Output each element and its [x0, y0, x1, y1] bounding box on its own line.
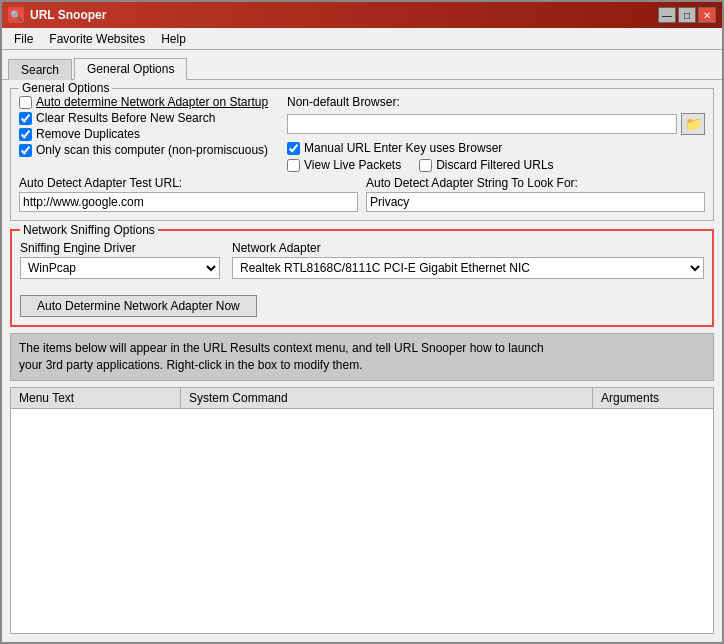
table-header: Menu Text System Command Arguments	[11, 388, 713, 409]
network-inner: Sniffing Engine Driver WinPcap Network A…	[20, 241, 704, 279]
info-bar: The items below will appear in the URL R…	[10, 333, 714, 381]
manual-url-checkbox[interactable]	[287, 142, 300, 155]
view-live-row: View Live Packets Discard Filtered URLs	[287, 158, 705, 172]
browser-input[interactable]	[287, 114, 677, 134]
info-line2: your 3rd party applications. Right-click…	[19, 358, 363, 372]
browser-row: 📁	[287, 113, 705, 135]
checkboxes-col: Auto determine Network Adapter on Startu…	[19, 95, 279, 172]
title-buttons: — □ ✕	[658, 7, 716, 23]
checkbox-row-3: Remove Duplicates	[19, 127, 279, 141]
auto-determine-row: Auto Determine Network Adapter Now	[20, 287, 704, 317]
info-line1: The items below will appear in the URL R…	[19, 341, 544, 355]
minimize-button[interactable]: —	[658, 7, 676, 23]
close-button[interactable]: ✕	[698, 7, 716, 23]
sniff-engine-dropdown[interactable]: WinPcap	[20, 257, 220, 279]
browser-browse-button[interactable]: 📁	[681, 113, 705, 135]
remove-duplicates-label: Remove Duplicates	[36, 127, 140, 141]
general-options-group: General Options Auto determine Network A…	[10, 88, 714, 221]
auto-detect-string-input[interactable]	[366, 192, 705, 212]
checkbox-row-4: Only scan this computer (non-promiscuous…	[19, 143, 279, 157]
menu-help[interactable]: Help	[153, 30, 194, 48]
sniff-engine-col: Sniffing Engine Driver WinPcap	[20, 241, 220, 279]
maximize-button[interactable]: □	[678, 7, 696, 23]
clear-results-label: Clear Results Before New Search	[36, 111, 215, 125]
manual-url-row: Manual URL Enter Key uses Browser	[287, 141, 705, 155]
th-system-command: System Command	[181, 388, 593, 408]
tab-search[interactable]: Search	[8, 59, 72, 80]
network-adapter-col: Network Adapter Realtek RTL8168C/8111C P…	[232, 241, 704, 279]
only-scan-checkbox[interactable]	[19, 144, 32, 157]
general-options-label: General Options	[19, 81, 112, 95]
top-row: Auto determine Network Adapter on Startu…	[19, 95, 705, 172]
network-sniffing-group: Network Sniffing Options Sniffing Engine…	[10, 229, 714, 327]
remove-duplicates-checkbox[interactable]	[19, 128, 32, 141]
network-adapter-dropdown[interactable]: Realtek RTL8168C/8111C PCI-E Gigabit Eth…	[232, 257, 704, 279]
only-scan-label: Only scan this computer (non-promiscuous…	[36, 143, 268, 157]
manual-url-label: Manual URL Enter Key uses Browser	[304, 141, 502, 155]
auto-determine-checkbox[interactable]	[19, 96, 32, 109]
menu-file[interactable]: File	[6, 30, 41, 48]
title-bar-left: 🔍 URL Snooper	[8, 7, 106, 23]
auto-determine-button[interactable]: Auto Determine Network Adapter Now	[20, 295, 257, 317]
discard-filtered-label: Discard Filtered URLs	[436, 158, 553, 172]
auto-detect-url-col: Auto Detect Adapter Test URL:	[19, 176, 358, 212]
th-menu-text: Menu Text	[11, 388, 181, 408]
title-bar: 🔍 URL Snooper — □ ✕	[2, 2, 722, 28]
content-area: General Options Auto determine Network A…	[2, 80, 722, 642]
table-body[interactable]	[11, 409, 713, 633]
clear-results-checkbox[interactable]	[19, 112, 32, 125]
menubar: File Favorite Websites Help	[2, 28, 722, 50]
auto-detect-string-col: Auto Detect Adapter String To Look For:	[366, 176, 705, 212]
context-menu-table: Menu Text System Command Arguments	[10, 387, 714, 634]
browser-col: Non-default Browser: 📁 Manual URL Enter …	[287, 95, 705, 172]
checkbox-row-1: Auto determine Network Adapter on Startu…	[19, 95, 279, 109]
auto-detect-url-input[interactable]	[19, 192, 358, 212]
auto-detect-row: Auto Detect Adapter Test URL: Auto Detec…	[19, 176, 705, 212]
tab-general-options[interactable]: General Options	[74, 58, 187, 80]
main-window: 🔍 URL Snooper — □ ✕ File Favorite Websit…	[0, 0, 724, 644]
network-adapter-label: Network Adapter	[232, 241, 704, 255]
network-sniffing-label: Network Sniffing Options	[20, 223, 158, 237]
browser-label: Non-default Browser:	[287, 95, 705, 109]
app-icon: 🔍	[8, 7, 24, 23]
window-title: URL Snooper	[30, 8, 106, 22]
auto-detect-string-label: Auto Detect Adapter String To Look For:	[366, 176, 705, 190]
view-live-label: View Live Packets	[304, 158, 401, 172]
sniff-engine-label: Sniffing Engine Driver	[20, 241, 220, 255]
th-arguments: Arguments	[593, 388, 713, 408]
checkbox-row-2: Clear Results Before New Search	[19, 111, 279, 125]
menu-favorite-websites[interactable]: Favorite Websites	[41, 30, 153, 48]
auto-determine-text: Auto determine Network Adapter on Startu…	[36, 95, 268, 109]
view-live-checkbox[interactable]	[287, 159, 300, 172]
auto-determine-label: Auto determine Network Adapter on Startu…	[36, 95, 268, 109]
tabs-bar: Search General Options	[2, 50, 722, 80]
discard-filtered-checkbox[interactable]	[419, 159, 432, 172]
auto-detect-url-label: Auto Detect Adapter Test URL:	[19, 176, 358, 190]
